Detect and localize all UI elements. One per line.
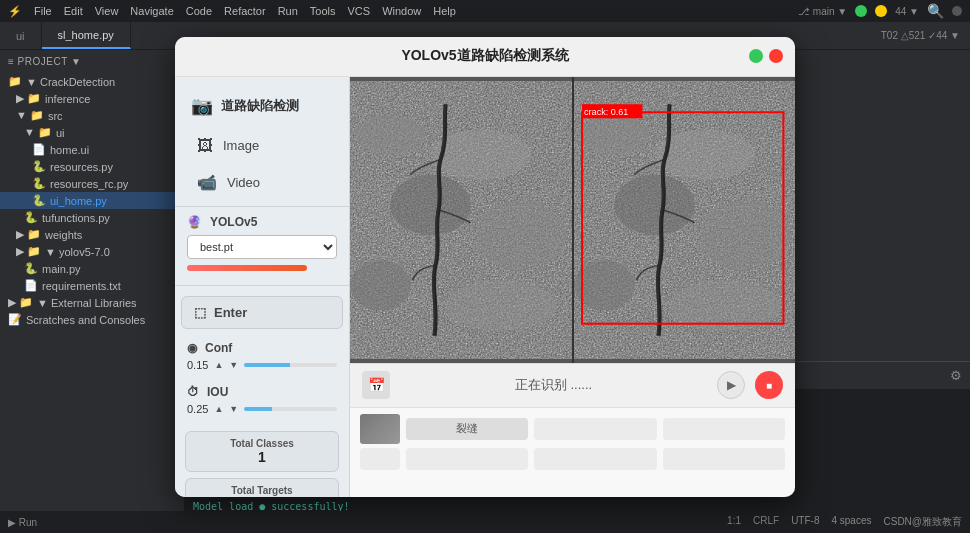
- iou-icon: ⏱: [187, 385, 199, 399]
- sidebar-item-src[interactable]: ▼ 📁 src: [0, 107, 184, 124]
- menu-refactor[interactable]: Refactor: [224, 5, 266, 17]
- iou-text: IOU: [207, 385, 228, 399]
- inference-label: inference: [45, 93, 90, 105]
- sidebar-item-main[interactable]: 🐍 main.py: [0, 260, 184, 277]
- more-icon[interactable]: [952, 6, 962, 16]
- folder-icon-5: ▶ 📁: [16, 228, 41, 241]
- ext-lib-label: ▼ External Libraries: [37, 297, 137, 309]
- sidebar-item-tufunctions[interactable]: 🐍 tufunctions.py: [0, 209, 184, 226]
- app-icon: ⚡: [8, 5, 22, 18]
- console-line-8: Model load ● successfully!: [193, 499, 962, 511]
- status-run-icon[interactable]: ▶ Run: [8, 517, 37, 528]
- status-spaces: 4 spaces: [831, 515, 871, 529]
- file-icon-6: 🐍: [24, 262, 38, 275]
- stop-button[interactable]: ■: [755, 371, 783, 399]
- menu-edit[interactable]: Edit: [64, 5, 83, 17]
- svg-rect-15: [582, 112, 783, 323]
- svg-point-4: [390, 174, 471, 234]
- modal-maximize-btn[interactable]: [749, 49, 763, 63]
- iou-spinner-up[interactable]: ▲: [214, 404, 223, 414]
- modal-left-title: 📷 道路缺陷检测: [175, 89, 349, 127]
- enter-button[interactable]: ⬚ Enter: [181, 296, 343, 329]
- original-image: [350, 77, 572, 363]
- iou-value: 0.25: [187, 403, 208, 415]
- result-tag-6: [534, 448, 656, 470]
- conf-slider[interactable]: [244, 363, 337, 367]
- result-thumb-1: [360, 414, 400, 444]
- tab-ui[interactable]: ui: [0, 22, 42, 49]
- sidebar-item-resources[interactable]: 🐍 resources.py: [0, 158, 184, 175]
- src-label: src: [48, 110, 63, 122]
- menu-code[interactable]: Code: [186, 5, 212, 17]
- sidebar-item-ext-lib[interactable]: ▶ 📁 ▼ External Libraries: [0, 294, 184, 311]
- home-ui-label: home.ui: [50, 144, 89, 156]
- total-classes-card: Total Classes 1: [185, 431, 339, 472]
- image-icon: 🖼: [197, 137, 213, 155]
- sidebar-item-resources-rc[interactable]: 🐍 resources_rc.py: [0, 175, 184, 192]
- status-csdn: CSDN@雅致教育: [884, 515, 963, 529]
- yolo-text: YOLOv5: [210, 215, 257, 229]
- sidebar-item-project[interactable]: 📁 ▼ CrackDetection: [0, 73, 184, 90]
- sidebar-item-ui[interactable]: ▼ 📁 ui: [0, 124, 184, 141]
- menu-window[interactable]: Window: [382, 5, 421, 17]
- play-button[interactable]: ▶: [717, 371, 745, 399]
- sidebar-item-scratches[interactable]: 📝 Scratches and Consoles: [0, 311, 184, 328]
- svg-point-6: [350, 260, 410, 310]
- tab-sl-home[interactable]: sl_home.py: [42, 22, 131, 49]
- modal-close-btn[interactable]: [769, 49, 783, 63]
- sidebar: ≡ Project ▼ 📁 ▼ CrackDetection ▶ 📁 infer…: [0, 50, 185, 511]
- enter-icon: ⬚: [194, 305, 206, 320]
- conf-spinner-down[interactable]: ▼: [229, 360, 238, 370]
- result-tag-3: [663, 418, 785, 440]
- menu-item-image[interactable]: 🖼 Image: [181, 129, 343, 163]
- result-tag-5: [406, 448, 528, 470]
- image-container: crack: 0.61: [350, 77, 795, 363]
- result-tag-crack: 裂缝: [406, 418, 528, 440]
- yolo-progress-bar: [187, 265, 307, 271]
- ui-label: ui: [56, 127, 65, 139]
- search-icon[interactable]: 🔍: [927, 3, 944, 19]
- folder-icon-6: ▶ 📁: [16, 245, 41, 258]
- menu-view[interactable]: View: [95, 5, 119, 17]
- sidebar-item-ui-home[interactable]: 🐍 ui_home.py: [0, 192, 184, 209]
- tufunctions-label: tufunctions.py: [42, 212, 110, 224]
- conf-spinner-up[interactable]: ▲: [214, 360, 223, 370]
- conf-section: ◉ Conf 0.15 ▲ ▼: [175, 335, 349, 377]
- sidebar-item-yolov5[interactable]: ▶ 📁 ▼ yolov5-7.0: [0, 243, 184, 260]
- sidebar-item-weights[interactable]: ▶ 📁 weights: [0, 226, 184, 243]
- weights-label: weights: [45, 229, 82, 241]
- file-icon-5: 🐍: [24, 211, 38, 224]
- modal-dialog[interactable]: YOLOv5道路缺陷检测系统 📷 道路缺陷检测 🖼 Image: [175, 37, 795, 497]
- ui-home-label: ui_home.py: [50, 195, 107, 207]
- sidebar-item-home-ui[interactable]: 📄 home.ui: [0, 141, 184, 158]
- console-settings-icon[interactable]: ⚙: [950, 368, 962, 383]
- menu-tools[interactable]: Tools: [310, 5, 336, 17]
- menu-help[interactable]: Help: [433, 5, 456, 17]
- folder-icon: 📁: [8, 75, 22, 88]
- iou-slider[interactable]: [244, 407, 337, 411]
- results-area: 裂缝: [350, 407, 795, 497]
- file-icon-4: 🐍: [32, 194, 46, 207]
- status-utf8: UTF-8: [791, 515, 819, 529]
- menu-vcs[interactable]: VCS: [348, 5, 371, 17]
- modal-body: 📷 道路缺陷检测 🖼 Image 📹 Video 🔮: [175, 77, 795, 497]
- file-icon-7: 📄: [24, 279, 38, 292]
- menu-navigate[interactable]: Navigate: [130, 5, 173, 17]
- menu-file[interactable]: File: [34, 5, 52, 17]
- modal-left-panel: 📷 道路缺陷检测 🖼 Image 📹 Video 🔮: [175, 77, 350, 497]
- menu-item-video[interactable]: 📹 Video: [181, 165, 343, 200]
- main-label: main.py: [42, 263, 81, 275]
- result-row-1: 裂缝: [360, 414, 785, 444]
- requirements-label: requirements.txt: [42, 280, 121, 292]
- yolo-model-select[interactable]: best.pt: [187, 235, 337, 259]
- sidebar-item-requirements[interactable]: 📄 requirements.txt: [0, 277, 184, 294]
- menu-run[interactable]: Run: [278, 5, 298, 17]
- yolo-icon: 🔮: [187, 215, 202, 229]
- iou-spinner-down[interactable]: ▼: [229, 404, 238, 414]
- folder-icon-4: ▼ 📁: [24, 126, 52, 139]
- scratches-label: Scratches and Consoles: [26, 314, 145, 326]
- status-crlf: CRLF: [753, 515, 779, 529]
- sidebar-item-inference[interactable]: ▶ 📁 inference: [0, 90, 184, 107]
- file-icon-1: 📄: [32, 143, 46, 156]
- modal-right-panel: crack: 0.61 📅 正在识别 ...... ▶ ■ 裂缝: [350, 77, 795, 497]
